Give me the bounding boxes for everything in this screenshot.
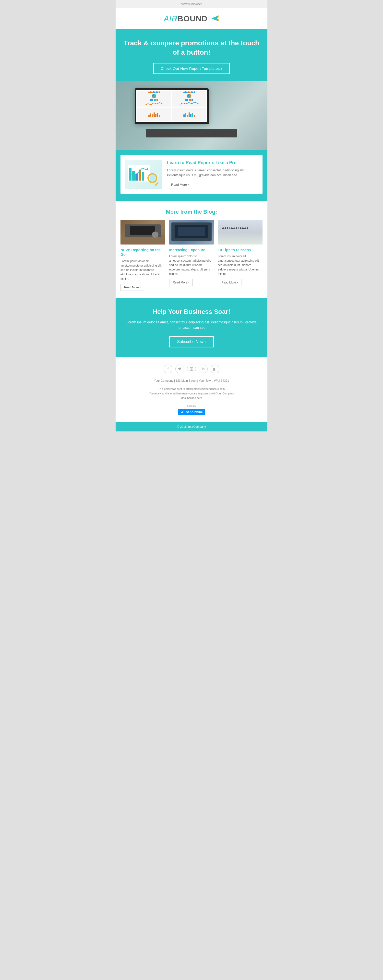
- blog-grid: NEW! Reporting on the Go Lorem ipsum dol…: [121, 220, 262, 291]
- instagram-icon[interactable]: [187, 364, 196, 373]
- footer-legal-line2: You received this email because you are …: [149, 392, 234, 395]
- hero-headline: Track & compare promotions at the touch …: [123, 38, 260, 57]
- svg-point-5: [191, 368, 192, 370]
- sent-by-label: Sent by: [121, 404, 262, 407]
- blog-title-1: NEW! Reporting on the Go: [121, 247, 165, 257]
- social-icons-row: f in g+: [121, 364, 262, 373]
- blog-image-1: [121, 220, 165, 245]
- blog-image-3: [218, 220, 262, 245]
- blog-read-more-button-2[interactable]: Read More ›: [169, 279, 193, 286]
- twitter-icon[interactable]: [175, 364, 184, 373]
- feature-title: Learn to Read Reports Like a Pro: [167, 160, 257, 165]
- email-wrapper: View in browser AIRBOUND Track & compare…: [116, 0, 267, 431]
- unsubscribe-link[interactable]: Unsubscribe here: [181, 396, 202, 399]
- feature-card: Learn to Read Reports Like a Pro Lorem i…: [121, 155, 262, 194]
- blog-title-3: 10 Tips to Success: [218, 247, 262, 252]
- googleplus-icon[interactable]: g+: [211, 364, 219, 373]
- footer: f in g+ Your Company | 123 Main Street |…: [116, 357, 267, 422]
- blog-body-2: Lorem ipsum dolor sit amet,consectetur a…: [169, 254, 214, 276]
- cta-body: Lorem ipsum dolor sit amet, consectetur …: [126, 320, 257, 331]
- view-in-browser-link[interactable]: View in browser: [181, 2, 202, 6]
- blog-title-2: Increasing Exposure: [169, 247, 214, 252]
- blog-section: More from the Blog: NEW! Reporting on th…: [116, 201, 267, 298]
- sendinblue-logo: sib sendinblue: [178, 409, 205, 415]
- feature-read-more-button[interactable]: Read More ›: [167, 181, 193, 188]
- cta-title: Help Your Business Soar!: [126, 308, 257, 315]
- blog-image-2: [169, 220, 214, 245]
- blog-body-1: Lorem ipsum dolor sit amet,consectetur a…: [121, 259, 165, 281]
- blog-body-3: Lorem ipsum dolor sit amet,consectetur a…: [218, 254, 262, 276]
- footer-legal: This email was sent to buildtemplates@se…: [121, 387, 262, 400]
- blog-section-title: More from the Blog:: [121, 209, 262, 215]
- copyright-text: © 2016 YourCompany: [177, 425, 206, 428]
- laptop-screen: [135, 88, 209, 124]
- hero-cta-button[interactable]: Check Out New Report Templates ›: [153, 63, 230, 74]
- logo-plane-icon: [211, 15, 219, 24]
- hero-image: [116, 81, 267, 150]
- feature-section: Learn to Read Reports Like a Pro Lorem i…: [116, 150, 267, 201]
- logo: AIRBOUND: [121, 14, 262, 24]
- hero-section: Track & compare promotions at the touch …: [116, 29, 267, 81]
- svg-text:sib: sib: [181, 411, 184, 414]
- cta-section: Help Your Business Soar! Lorem ipsum dol…: [116, 298, 267, 358]
- blog-card-3: 10 Tips to Success Lorem ipsum dolor sit…: [218, 220, 262, 291]
- linkedin-icon[interactable]: in: [199, 364, 208, 373]
- subscribe-button[interactable]: Subscribe Now ›: [169, 336, 213, 347]
- header: AIRBOUND: [116, 8, 267, 29]
- feature-text: Learn to Read Reports Like a Pro Lorem i…: [167, 160, 257, 188]
- blog-card-1: NEW! Reporting on the Go Lorem ipsum dol…: [121, 220, 165, 291]
- blog-card-2: Increasing Exposure Lorem ipsum dolor si…: [169, 220, 214, 291]
- feature-icon: [126, 160, 162, 189]
- svg-marker-0: [211, 16, 219, 21]
- svg-rect-4: [190, 368, 193, 371]
- svg-point-6: [192, 368, 193, 369]
- blog-read-more-button-3[interactable]: Read More ›: [218, 279, 242, 286]
- top-bar: View in browser: [116, 0, 267, 8]
- feature-body: Lorem ipsum dolor sit amet, consectetur …: [167, 168, 257, 177]
- laptop-mockup: [116, 81, 267, 150]
- svg-marker-3: [146, 168, 148, 170]
- bottom-bar: © 2016 YourCompany: [116, 422, 267, 431]
- blog-read-more-button-1[interactable]: Read More ›: [121, 284, 144, 291]
- logo-air-text: AIR: [164, 14, 178, 23]
- logo-bound-text: BOUND: [178, 14, 207, 23]
- footer-legal-line1: This email was sent to buildtemplates@se…: [158, 387, 224, 390]
- facebook-icon[interactable]: f: [164, 364, 172, 373]
- footer-address: Your Company | 123 Main Street | Your To…: [121, 378, 262, 384]
